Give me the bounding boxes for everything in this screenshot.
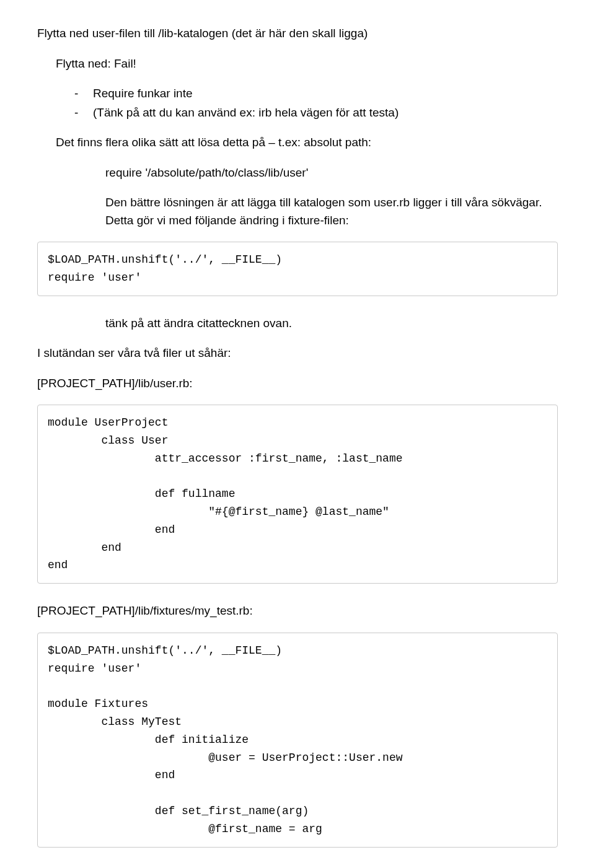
paragraph: require '/absolute/path/to/class/lib/use…	[105, 164, 558, 182]
list-item-text: (Tänk på att du kan använd ex: irb hela …	[93, 104, 558, 122]
list-item: - (Tänk på att du kan använd ex: irb hel…	[74, 104, 558, 122]
paragraph: Den bättre lösningen är att lägga till k…	[105, 194, 558, 229]
code-block: $LOAD_PATH.unshift('../', __FILE__) requ…	[37, 633, 558, 848]
dash-icon: -	[74, 104, 93, 122]
paragraph: [PROJECT_PATH]/lib/fixtures/my_test.rb:	[37, 602, 558, 620]
paragraph: [PROJECT_PATH]/lib/user.rb:	[37, 375, 558, 393]
paragraph: Flytta ned: Fail!	[56, 55, 558, 73]
paragraph: Det finns flera olika sätt att lösa dett…	[56, 134, 558, 152]
dash-icon: -	[74, 85, 93, 103]
paragraph: Flytta ned user-filen till /lib-kataloge…	[37, 25, 558, 43]
list-item-text: Require funkar inte	[93, 85, 558, 103]
paragraph: tänk på att ändra citattecknen ovan.	[105, 315, 558, 333]
paragraph: I slutändan ser våra två filer ut såhär:	[37, 344, 558, 362]
list-item: - Require funkar inte	[74, 85, 558, 103]
code-block: module UserProject class User attr_acces…	[37, 405, 558, 584]
code-block: $LOAD_PATH.unshift('../', __FILE__) requ…	[37, 242, 558, 296]
